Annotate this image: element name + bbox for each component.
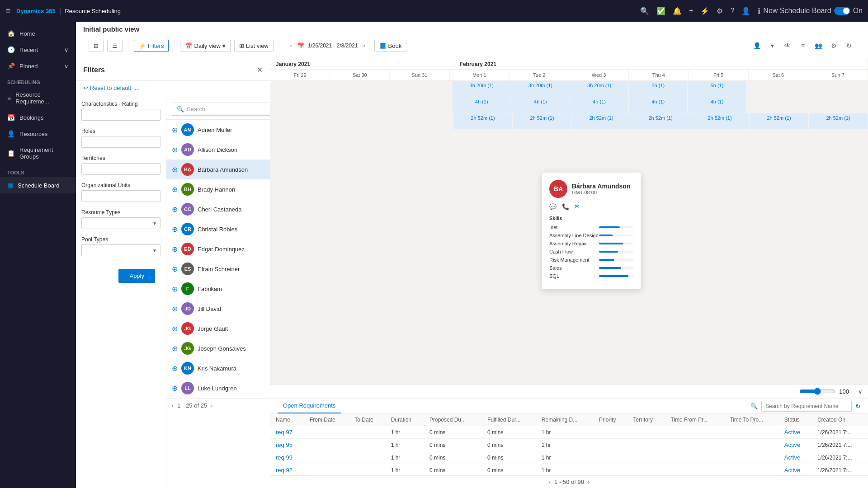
next-page-icon[interactable]: ›	[211, 402, 212, 409]
sidebar-item-recent[interactable]: 🕐 Recent ∨	[0, 42, 76, 58]
sidebar-item-pinned[interactable]: 📌 Pinned ∨	[0, 58, 76, 74]
help-icon[interactable]: ?	[730, 7, 734, 15]
list-item[interactable]: ⊕ CR Christal Robles	[166, 219, 270, 239]
territories-input[interactable]	[81, 163, 160, 175]
grid-view-button[interactable]: ⊞	[89, 40, 104, 52]
zoom-slider[interactable]	[799, 388, 835, 395]
book-button[interactable]: 📘 Book	[374, 40, 407, 52]
calendar-cell-booking[interactable]: 2h 52m (1)	[453, 113, 513, 129]
daily-view-button[interactable]: 📅 Daily view ▾	[180, 40, 231, 52]
gantt-view-button[interactable]: ☰	[107, 40, 123, 52]
calendar-cell-booking[interactable]: 4h (1)	[453, 97, 511, 113]
req-name-link[interactable]: req 99	[276, 454, 292, 461]
calendar-cell-booking[interactable]: 3h 20m (1)	[570, 81, 629, 97]
eye-icon-btn[interactable]: 👁	[781, 39, 794, 52]
list-item[interactable]: ⊕ F Fabrikam	[166, 279, 270, 299]
list-item[interactable]: ⊕ AD Allison Dickson	[166, 140, 270, 160]
calendar-cell-booking[interactable]: 2h 52m (1)	[750, 113, 809, 129]
calendar-cell-booking[interactable]: 2h 52m (1)	[690, 113, 750, 129]
status-active-link[interactable]: Active	[784, 467, 800, 474]
resource-types-select[interactable]	[81, 217, 160, 229]
requirement-search-input[interactable]	[761, 401, 852, 412]
calendar-cell-booking[interactable]: 2h 52m (1)	[809, 113, 868, 129]
search-icon[interactable]: 🔍	[640, 7, 649, 15]
popup-phone-icon[interactable]: 📞	[562, 203, 569, 210]
status-active-link[interactable]: Active	[784, 429, 800, 436]
calendar-cell-booking[interactable]: 4h (1)	[570, 97, 629, 113]
list-item[interactable]: ⊕ ES Efrain Schreiner	[166, 259, 270, 279]
list-item[interactable]: ⊕ JG Jorge Gault	[166, 319, 270, 338]
req-name-link[interactable]: req 97	[276, 429, 292, 436]
calendar-cell-booking[interactable]: 2h 52m (1)	[572, 113, 631, 129]
apply-button[interactable]: Apply	[118, 269, 155, 283]
next-date-arrow[interactable]: ›	[362, 41, 367, 51]
requirements-refresh-icon[interactable]: ↻	[855, 403, 861, 410]
settings-icon[interactable]: ⚙	[717, 7, 723, 15]
req-name-link[interactable]: req 95	[276, 441, 292, 448]
more-options-button[interactable]: ...	[135, 84, 140, 91]
calendar-cell-booking[interactable]: 4h (1)	[629, 97, 688, 113]
calendar-cell-booking[interactable]: 5h (1)	[688, 81, 746, 97]
prev-page-icon[interactable]: ‹	[172, 402, 174, 409]
calendar-cell-booking[interactable]: 3h 20m (1)	[453, 81, 511, 97]
tasks-icon[interactable]: ✅	[656, 7, 665, 15]
org-units-input[interactable]	[81, 190, 160, 202]
add-icon[interactable]: +	[689, 7, 693, 15]
calendar-cell-booking[interactable]: 2h 52m (1)	[513, 113, 572, 129]
list-item[interactable]: ⊕ CC Cheri Castaneda	[166, 199, 270, 219]
zoom-expand-icon[interactable]: ∨	[858, 388, 863, 395]
list-item[interactable]: ⊕ JG Joseph Gonsalves	[166, 338, 270, 358]
list-item[interactable]: ⊕ LL Luke Lundgren	[166, 378, 270, 398]
calendar-cell-booking[interactable]: 2h 52m (1)	[631, 113, 690, 129]
new-schedule-board-toggle[interactable]	[834, 7, 850, 15]
popup-chat-icon[interactable]: 💬	[549, 203, 557, 210]
list-item[interactable]: ⊕ AM Adrien Müller	[166, 120, 270, 140]
dynamics365-label: Dynamics 365	[16, 8, 56, 14]
filters-close-button[interactable]: ✕	[257, 66, 263, 74]
list-item[interactable]: ⊕ BA Bárbara Amundson	[166, 160, 270, 179]
open-requirements-tab[interactable]: Open Requirements	[278, 399, 341, 413]
user-icon[interactable]: 👤	[741, 7, 750, 15]
alerts-icon[interactable]: 🔔	[673, 7, 682, 15]
sidebar-item-bookings[interactable]: 📅 Bookings	[0, 109, 76, 126]
filter-icon[interactable]: ⚡	[700, 7, 709, 15]
req-name-cell: req 95	[270, 439, 304, 451]
calendar-cell-booking[interactable]: 4h (1)	[511, 97, 570, 113]
chevron-down-toolbar-icon[interactable]: ▾	[766, 39, 778, 52]
sidebar-item-schedule-board[interactable]: ▦ Schedule Board	[0, 177, 76, 193]
req-territory-cell	[628, 451, 665, 464]
status-active-link[interactable]: Active	[784, 454, 800, 461]
reset-to-default-button[interactable]: ↩ Reset to default	[83, 84, 131, 91]
person-icon-btn[interactable]: 👥	[812, 39, 825, 52]
filters-button[interactable]: ⚡ Filters	[134, 40, 169, 52]
calendar-cell-booking[interactable]: 5h (1)	[629, 81, 688, 97]
roles-input[interactable]	[81, 136, 160, 148]
calendar-cell-booking[interactable]: 3h 20m (1)	[511, 81, 570, 97]
sidebar-item-home[interactable]: 🏠 Home	[0, 25, 76, 42]
resource-icon-btn[interactable]: 👤	[750, 39, 763, 52]
next-req-page-icon[interactable]: ›	[588, 479, 590, 485]
refresh-icon-btn[interactable]: ↻	[843, 39, 855, 52]
list-item[interactable]: ⊕ BH Brady Hannon	[166, 179, 270, 199]
prev-date-arrow[interactable]: ‹	[288, 41, 294, 51]
characteristics-input[interactable]	[81, 109, 160, 121]
list-item[interactable]: ⊕ JD Jill David	[166, 299, 270, 319]
list-item[interactable]: ⊕ ED Edgar Dominquez	[166, 239, 270, 259]
hamburger-icon[interactable]: ☰	[5, 8, 11, 14]
resource-search-input[interactable]	[208, 106, 270, 113]
sidebar-item-req-groups[interactable]: 📋 Requirement Groups	[0, 142, 76, 164]
calendar-cell-booking[interactable]: 4h (1)	[688, 97, 746, 113]
list-view-button[interactable]: ⊞ List view	[234, 40, 274, 52]
skill-bar	[599, 235, 613, 236]
popup-email-icon[interactable]: ✉	[575, 203, 580, 210]
list-item[interactable]: ⊕ KN Kris Nakamura	[166, 358, 270, 378]
pool-types-select[interactable]	[81, 244, 160, 256]
gear-icon-btn[interactable]: ⚙	[827, 39, 840, 52]
req-name-link[interactable]: req 92	[276, 467, 292, 474]
list-settings-icon-btn[interactable]: ≡	[797, 39, 809, 52]
add-resource-icon: ⊕	[172, 265, 178, 273]
sidebar-item-resource-req[interactable]: ≡ Resource Requireme...	[0, 87, 76, 109]
sidebar-item-resources[interactable]: 👤 Resources	[0, 126, 76, 142]
status-active-link[interactable]: Active	[784, 441, 800, 448]
prev-req-page-icon[interactable]: ‹	[549, 479, 551, 485]
